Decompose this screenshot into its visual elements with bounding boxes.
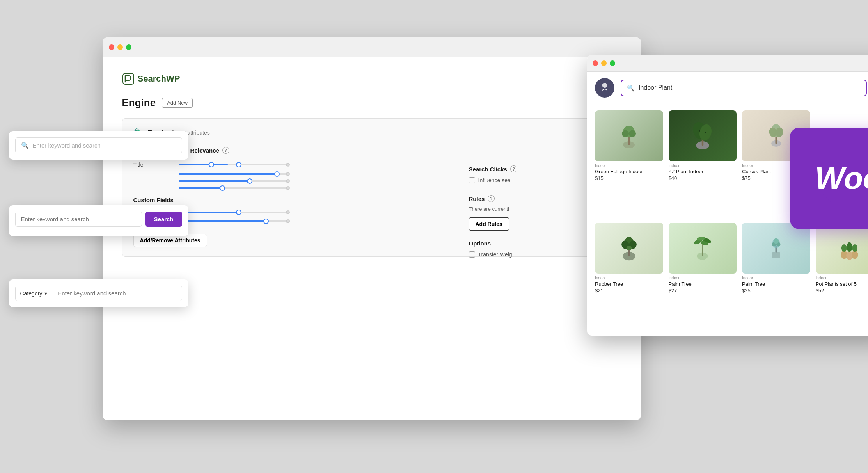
- woocommerce-badge: Woo: [790, 128, 868, 229]
- engine-label: Engine: [122, 97, 156, 109]
- product-badge-4: Indoor: [595, 276, 663, 280]
- rules-help-icon[interactable]: ?: [488, 195, 495, 202]
- product-image-5: [669, 223, 737, 274]
- excerpt-slider[interactable]: [179, 180, 288, 182]
- window-close-btn[interactable]: [109, 44, 114, 50]
- product-card-6[interactable]: Indoor Palm Tree $25: [742, 223, 810, 330]
- product-price-1: $15: [595, 175, 663, 181]
- product-image-1: [595, 110, 663, 161]
- search-card-with-button: Search: [9, 205, 188, 236]
- rules-description: There are currentl: [469, 206, 602, 212]
- attribute-relevance-title: Applicable Attribute Relevance ?: [133, 147, 610, 154]
- options-title: Options: [469, 240, 602, 247]
- rules-title: Rules ?: [469, 195, 602, 202]
- product-badge-2: Indoor: [669, 164, 737, 168]
- influence-search-checkbox[interactable]: [469, 177, 475, 183]
- product-image-4: [595, 223, 663, 274]
- search-input-card3[interactable]: [52, 286, 181, 301]
- shop-search-input[interactable]: Indoor Plant: [639, 84, 672, 91]
- title-slider[interactable]: [179, 164, 288, 165]
- svg-point-12: [705, 132, 706, 133]
- search-clicks-section: Search Clicks ?: [469, 165, 602, 172]
- influence-search-label: Influence sea: [478, 177, 511, 183]
- product-image-7: [816, 223, 868, 274]
- product-card-2[interactable]: Indoor ZZ Plant Indoor $40: [669, 110, 737, 217]
- search-input-card1[interactable]: Enter keyword and search: [33, 142, 176, 149]
- svg-point-41: [852, 244, 858, 252]
- product-badge-6: Indoor: [742, 276, 810, 280]
- svg-point-39: [841, 244, 847, 252]
- product-grid: Indoor Green Foliage Indoor $15: [587, 104, 868, 336]
- product-card-1[interactable]: Indoor Green Foliage Indoor $15: [595, 110, 663, 217]
- svg-point-5: [622, 130, 629, 137]
- title-slider-label: Title: [133, 162, 172, 168]
- product-price-6: $25: [742, 288, 810, 293]
- product-card-7[interactable]: Indoor Pot Plants set of 5 $52: [816, 223, 868, 330]
- product-name-4: Rubber Tree: [595, 281, 663, 287]
- tags-slider[interactable]: [179, 220, 288, 222]
- svg-rect-0: [123, 73, 134, 84]
- transfer-weight-label: Transfer Weig: [478, 251, 512, 258]
- search-card-with-category: Category ▾: [9, 279, 188, 307]
- add-rules-button[interactable]: Add Rules: [469, 217, 509, 231]
- window-minimize-btn[interactable]: [117, 44, 123, 50]
- product-image-6: [742, 223, 810, 274]
- shop-logo: [595, 78, 614, 98]
- product-name-7: Pot Plants set of 5: [816, 281, 868, 287]
- product-price-7: $52: [816, 288, 868, 293]
- product-name-6: Palm Tree: [742, 281, 810, 287]
- add-new-button[interactable]: Add New: [162, 98, 193, 108]
- svg-point-6: [629, 130, 636, 137]
- product-name-5: Palm Tree: [669, 281, 737, 287]
- app-title: SearchWP: [138, 74, 180, 84]
- product-card-4[interactable]: Indoor Rubber Tree $21: [595, 223, 663, 330]
- product-card-5[interactable]: Indoor Palm Tree $27: [669, 223, 737, 330]
- product-badge-5: Indoor: [669, 276, 737, 280]
- searchwp-logo-icon: [122, 73, 135, 85]
- svg-point-35: [773, 238, 779, 244]
- product-price-5: $27: [669, 288, 737, 293]
- product-name-2: ZZ Plant Indoor: [669, 169, 737, 174]
- product-badge-7: Indoor: [816, 276, 868, 280]
- product-image-2: [669, 110, 737, 161]
- svg-rect-25: [702, 244, 703, 256]
- woo-window-maximize-btn[interactable]: [610, 60, 615, 66]
- product-price-4: $21: [595, 288, 663, 293]
- category-label: Category: [20, 290, 43, 297]
- categories-slider[interactable]: [179, 212, 288, 213]
- product-price-2: $40: [669, 175, 737, 181]
- svg-rect-30: [772, 252, 780, 258]
- woo-window-minimize-btn[interactable]: [601, 60, 607, 66]
- slug-slider[interactable]: [179, 187, 288, 189]
- search-card-simple: 🔍 Enter keyword and search: [9, 131, 188, 160]
- search-clicks-help-icon[interactable]: ?: [510, 165, 517, 172]
- shop-search-bar[interactable]: 🔍 Indoor Plant: [621, 80, 867, 96]
- woo-logo-text: Woo: [815, 160, 868, 196]
- svg-point-23: [626, 246, 632, 250]
- attribute-relevance-help-icon[interactable]: ?: [222, 147, 229, 154]
- product-name-1: Green Foliage Indoor: [595, 169, 663, 174]
- transfer-weight-checkbox[interactable]: [469, 251, 475, 258]
- svg-point-40: [847, 242, 852, 252]
- content-slider[interactable]: [179, 173, 288, 175]
- svg-point-1: [602, 83, 607, 88]
- search-button-card2[interactable]: Search: [145, 212, 182, 227]
- category-chevron-icon: ▾: [44, 290, 47, 297]
- product-badge-1: Indoor: [595, 164, 663, 168]
- search-icon-card1: 🔍: [21, 142, 29, 149]
- window-maximize-btn[interactable]: [126, 44, 131, 50]
- search-input-card2[interactable]: [15, 212, 142, 227]
- woo-browser-window: 🔍 Indoor Plant 🛒: [587, 55, 868, 336]
- woo-window-close-btn[interactable]: [593, 60, 598, 66]
- shop-search-icon: 🔍: [627, 84, 635, 92]
- category-dropdown[interactable]: Category ▾: [16, 286, 53, 301]
